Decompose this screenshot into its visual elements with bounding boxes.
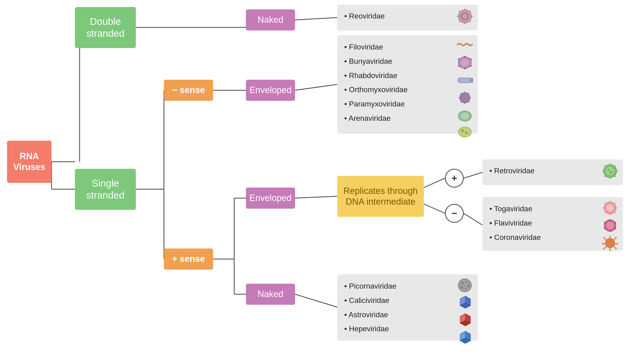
- naked-ss-label: Naked: [258, 289, 283, 300]
- result-retroviridae: • Retroviridae: [482, 159, 623, 185]
- circle-plus-node: +: [445, 169, 464, 188]
- svg-line-47: [468, 102, 469, 103]
- svg-point-82: [609, 220, 611, 221]
- svg-line-103: [605, 238, 606, 240]
- svg-point-37: [470, 65, 472, 67]
- circle-minus-node: −: [445, 204, 464, 223]
- svg-point-86: [604, 227, 606, 229]
- svg-line-32: [459, 11, 460, 12]
- svg-line-49: [460, 102, 461, 103]
- svg-line-73: [615, 203, 616, 204]
- svg-point-39: [458, 65, 460, 67]
- svg-line-99: [605, 246, 606, 248]
- svg-line-45: [468, 93, 469, 94]
- svg-line-95: [614, 246, 616, 248]
- enveloped-minus-node: Enveloped: [246, 80, 295, 101]
- svg-line-66: [604, 165, 605, 166]
- svg-point-85: [609, 230, 611, 232]
- enveloped-minus-label: Enveloped: [250, 85, 292, 96]
- svg-line-28: [470, 21, 471, 22]
- svg-point-58: [606, 167, 614, 175]
- svg-line-17: [424, 178, 445, 188]
- picornaviridae-icon: [457, 278, 473, 293]
- svg-point-106: [461, 282, 464, 284]
- reoviridae-icon: [457, 8, 473, 25]
- reoviridae-text: • Reoviridae: [344, 12, 385, 20]
- svg-point-87: [604, 222, 606, 224]
- arena-icon: [457, 126, 473, 138]
- svg-point-56: [465, 131, 468, 134]
- svg-point-67: [608, 169, 609, 171]
- svg-point-35: [464, 56, 466, 58]
- svg-line-91: [614, 238, 616, 240]
- hepeviridae-icon: [458, 329, 473, 345]
- minus-sense-node: − sense: [164, 80, 213, 101]
- svg-point-24: [462, 14, 467, 19]
- naked-ds-label: Naked: [258, 15, 283, 25]
- svg-point-98: [609, 249, 611, 251]
- circle-minus-label: −: [452, 208, 457, 219]
- enveloped-plus-node: Enveloped: [246, 188, 295, 209]
- svg-line-14: [295, 18, 337, 20]
- svg-rect-41: [458, 78, 472, 83]
- svg-line-19: [464, 172, 482, 178]
- caliciviridae-icon: [458, 294, 473, 309]
- circle-plus-label: +: [452, 172, 457, 184]
- togaviridae-icon: [602, 201, 618, 216]
- svg-point-54: [458, 127, 472, 137]
- svg-point-68: [611, 171, 612, 173]
- svg-line-64: [604, 176, 605, 177]
- svg-line-18: [424, 204, 445, 213]
- svg-point-109: [464, 288, 466, 290]
- plus-no-dna-text: • Togaviridae • Flaviviridae • Coronavir…: [490, 202, 616, 244]
- svg-point-83: [614, 222, 616, 224]
- astroviridae-icon: [458, 312, 473, 327]
- svg-point-92: [615, 237, 617, 239]
- svg-line-60: [615, 165, 616, 166]
- svg-point-88: [605, 238, 615, 248]
- result-naked-ss-group: • Picornaviridae • Caliciviridae • Astro…: [337, 274, 478, 341]
- retroviridae-icon: [602, 163, 618, 179]
- svg-point-81: [606, 222, 614, 229]
- svg-line-26: [470, 11, 471, 12]
- diagram-container: RNA Viruses Double stranded Single stran…: [0, 0, 644, 358]
- svg-point-40: [458, 58, 460, 60]
- minus-sense-label: − sense: [172, 85, 205, 96]
- plus-sense-node: + sense: [164, 249, 213, 270]
- svg-point-34: [461, 59, 469, 66]
- naked-ss-text: • Picornaviridae • Caliciviridae • Astro…: [344, 279, 471, 336]
- result-minus-group: • Filoviridae • Bunyaviridae • Rhabdovir…: [337, 35, 478, 134]
- svg-line-62: [615, 176, 616, 177]
- svg-line-75: [615, 212, 616, 213]
- naked-ss-node: Naked: [246, 284, 295, 305]
- bunyaviridae-icon: [457, 55, 473, 70]
- svg-line-20: [464, 213, 482, 225]
- svg-point-69: [609, 172, 611, 173]
- coronaviridae-icon: [602, 236, 618, 251]
- svg-line-30: [459, 21, 460, 22]
- svg-point-84: [614, 227, 616, 229]
- svg-point-96: [615, 248, 617, 249]
- rna-viruses-node: RNA Viruses: [7, 141, 52, 183]
- svg-point-104: [603, 237, 605, 239]
- svg-line-15: [295, 84, 337, 90]
- svg-point-107: [466, 281, 468, 283]
- svg-line-79: [604, 203, 605, 204]
- svg-point-71: [606, 205, 614, 212]
- retroviridae-text: • Retroviridae: [490, 166, 535, 175]
- minus-group-text: • Filoviridae • Bunyaviridae • Rhabdovir…: [344, 40, 471, 125]
- svg-point-94: [616, 243, 618, 245]
- svg-point-108: [467, 285, 470, 287]
- svg-line-51: [460, 93, 461, 94]
- svg-point-110: [461, 286, 463, 288]
- enveloped-plus-label: Enveloped: [250, 193, 292, 204]
- svg-point-105: [458, 279, 472, 292]
- plus-sense-label: + sense: [172, 254, 205, 264]
- filoviridae-icon: [457, 39, 473, 50]
- rna-viruses-label: RNA Viruses: [10, 151, 48, 172]
- double-stranded-label: Double stranded: [78, 16, 132, 39]
- svg-line-16: [295, 196, 337, 198]
- svg-point-38: [464, 68, 466, 69]
- flaviviridae-icon: [602, 218, 618, 233]
- paramyxo-icon: [457, 110, 473, 123]
